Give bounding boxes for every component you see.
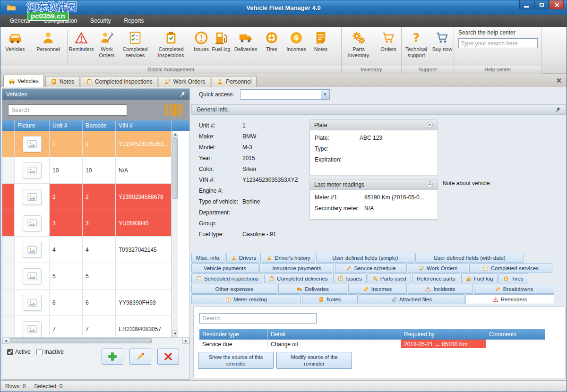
add-vehicle-button[interactable] bbox=[102, 349, 123, 365]
column-comments[interactable]: Comments bbox=[486, 329, 545, 340]
ribbon-work-orders-button[interactable]: Work Orders bbox=[94, 29, 119, 65]
subtab-issues[interactable]: Issues bbox=[333, 273, 366, 283]
table-row[interactable]: 6 6 YY98390FH93 bbox=[2, 290, 172, 316]
ribbon-orders-button[interactable]: Orders bbox=[376, 29, 401, 65]
horizontal-scrollbar[interactable] bbox=[2, 337, 189, 344]
ribbon-parts-inventory-button[interactable]: Parts inventory bbox=[342, 29, 376, 65]
vehicles-search-input[interactable] bbox=[8, 104, 127, 116]
subtab-fuel-log[interactable]: Fuel log bbox=[461, 273, 498, 283]
tab-personnel[interactable]: Personnel bbox=[212, 76, 257, 87]
tab-vehicles[interactable]: Vehicles bbox=[3, 75, 44, 87]
subtab-reference-parts[interactable]: Reference parts bbox=[412, 273, 460, 283]
subtab-scheduled-inspections[interactable]: Scheduled inspections bbox=[191, 273, 263, 283]
subtab-other-expenses[interactable]: Other expenses bbox=[191, 284, 277, 294]
vertical-scrollbar[interactable] bbox=[172, 131, 178, 337]
ribbon-deliveries-button[interactable]: Deliveries bbox=[231, 29, 261, 65]
minimize-button[interactable] bbox=[519, 0, 533, 9]
delete-vehicle-button[interactable] bbox=[157, 349, 179, 365]
subtab-attached-files[interactable]: Attached files bbox=[359, 294, 464, 304]
modify-reminder-source-button[interactable]: Modify source of the reminder bbox=[276, 352, 352, 369]
column-reminder-type[interactable]: Reminder type bbox=[199, 329, 268, 340]
subtab-insurance-payments[interactable]: Insurance payments bbox=[259, 263, 334, 273]
tab-work-orders[interactable]: Work Orders bbox=[159, 76, 210, 87]
reminders-search-input[interactable] bbox=[199, 313, 317, 324]
chevron-down-icon[interactable] bbox=[321, 90, 329, 99]
scrollbar-thumb[interactable] bbox=[172, 138, 178, 199]
close-document-button[interactable] bbox=[555, 77, 562, 84]
subtab-service-schedule[interactable]: Service schedule bbox=[335, 263, 407, 273]
help-search-input[interactable] bbox=[458, 38, 538, 48]
subtab-reminders[interactable]: Reminders bbox=[465, 294, 554, 304]
table-row[interactable]: 4 4 T09327042145 bbox=[2, 237, 172, 263]
subtab-udf-simple[interactable]: User defined fields (simple) bbox=[316, 253, 414, 263]
menu-reports[interactable]: Reports bbox=[117, 15, 150, 27]
ribbon-completed-inspections-button[interactable]: Completed inspections bbox=[151, 29, 191, 65]
reminder-comments-cell bbox=[486, 340, 545, 348]
table-row[interactable]: 10 10 N/A bbox=[2, 157, 172, 184]
table-row[interactable]: Service due Change oil 2018-05-21 → 8510… bbox=[199, 340, 545, 348]
menu-security[interactable]: Security bbox=[84, 15, 117, 27]
edit-vehicle-button[interactable] bbox=[129, 349, 151, 365]
ribbon-personnel-button[interactable]: Personnel bbox=[30, 29, 67, 65]
column-detail[interactable]: Detail bbox=[268, 329, 401, 340]
unit-cell: 5 bbox=[50, 263, 83, 289]
active-checkbox[interactable] bbox=[7, 349, 13, 355]
ribbon-fuel-log-button[interactable]: Fuel log bbox=[212, 29, 231, 65]
show-reminder-source-button[interactable]: Show the source of this reminder bbox=[198, 352, 274, 369]
collapse-icon[interactable] bbox=[426, 181, 433, 188]
table-row[interactable]: 2 2 Y2390234568678 bbox=[2, 184, 172, 210]
table-row[interactable]: 3 3 YU0593840 bbox=[2, 210, 172, 237]
scroll-left-button[interactable] bbox=[2, 338, 9, 344]
subtab-drivers-history[interactable]: Driver's history bbox=[262, 253, 315, 263]
table-row[interactable]: 5 5 bbox=[2, 263, 172, 290]
ribbon-reminders-button[interactable]: Reminders bbox=[68, 29, 94, 65]
column-barcode[interactable]: Barcode bbox=[83, 120, 116, 131]
subtab-tires[interactable]: Tires bbox=[498, 273, 528, 283]
subtab-work-orders[interactable]: Work Orders bbox=[408, 263, 468, 273]
pin-icon[interactable] bbox=[555, 107, 561, 113]
ribbon-notes-button[interactable]: Notes bbox=[310, 29, 332, 65]
column-unit[interactable]: Unit # bbox=[50, 120, 83, 131]
scroll-up-button[interactable] bbox=[172, 131, 178, 138]
quick-access-dropdown[interactable] bbox=[240, 89, 330, 100]
ribbon-incomes-button[interactable]: Incomes bbox=[283, 29, 310, 65]
subtab-notes[interactable]: Notes bbox=[302, 294, 358, 304]
ribbon-tires-button[interactable]: Tires bbox=[261, 29, 283, 65]
table-row[interactable]: 1 1 Y1234523035353... bbox=[2, 131, 172, 157]
scroll-right-button[interactable] bbox=[182, 338, 189, 344]
column-vin[interactable]: VIN # bbox=[116, 120, 172, 131]
inactive-filter[interactable]: Inactive bbox=[36, 349, 64, 355]
ribbon-technical-support-button[interactable]: Technical support bbox=[402, 29, 431, 65]
table-row[interactable]: 7 7 ER23394083057 bbox=[2, 316, 172, 337]
subtab-udf-with-date[interactable]: User defined fields (with date) bbox=[415, 253, 524, 263]
subtab-incidents[interactable]: Incidents bbox=[408, 284, 473, 294]
subtab-breakdowns[interactable]: Breakdowns bbox=[474, 284, 554, 294]
ribbon-vehicles-button[interactable]: Vehicles bbox=[0, 29, 30, 65]
scrollbar-thumb[interactable] bbox=[10, 338, 152, 343]
unit-cell: 7 bbox=[50, 316, 83, 337]
close-button[interactable] bbox=[550, 0, 564, 9]
subtab-deliveries[interactable]: Deliveries bbox=[278, 284, 347, 294]
pin-icon[interactable] bbox=[180, 91, 186, 97]
column-picture[interactable]: Picture bbox=[15, 120, 50, 131]
tab-notes[interactable]: Notes bbox=[45, 76, 79, 87]
collapse-icon[interactable] bbox=[426, 121, 433, 128]
subtab-completed-services[interactable]: Completed services bbox=[469, 263, 552, 273]
ribbon-issues-button[interactable]: Issues bbox=[191, 29, 212, 65]
subtab-parts-used[interactable]: Parts used bbox=[368, 273, 411, 283]
ribbon-completed-services-button[interactable]: Completed services bbox=[119, 29, 151, 65]
subtab-completed-deliveries[interactable]: Completed deliveries bbox=[264, 273, 332, 283]
subtab-incomes[interactable]: Incomes bbox=[348, 284, 407, 294]
subtab-misc-info[interactable]: Misc. info. bbox=[191, 253, 225, 263]
maximize-button[interactable] bbox=[534, 0, 549, 9]
column-required-by[interactable]: Required by bbox=[401, 329, 486, 340]
ribbon-buy-now-button[interactable]: Buy now bbox=[431, 29, 454, 65]
subtab-vehicle-payments[interactable]: Vehicle payments bbox=[191, 263, 258, 273]
inactive-checkbox[interactable] bbox=[36, 349, 43, 355]
active-filter[interactable]: Active bbox=[7, 349, 31, 355]
subtab-meter-reading[interactable]: Meter reading bbox=[191, 294, 301, 304]
tab-completed-inspections[interactable]: Completed inspections bbox=[81, 76, 157, 87]
subtab-drivers[interactable]: Drivers bbox=[226, 253, 261, 263]
scroll-down-button[interactable] bbox=[172, 330, 178, 337]
barcode-icon[interactable] bbox=[165, 104, 184, 116]
